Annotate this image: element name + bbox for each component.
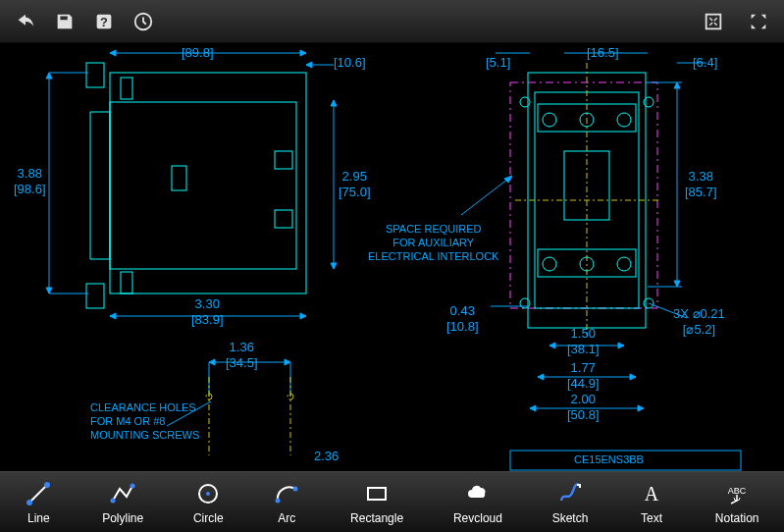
- svg-rect-3: [706, 14, 721, 28]
- note-clearance-holes: CLEARANCE HOLES FOR M4 OR #8 MOUNTING SC…: [90, 401, 199, 442]
- svg-rect-68: [368, 488, 386, 500]
- dim-043: 0.43 [10.8]: [446, 303, 479, 334]
- svg-point-33: [617, 113, 631, 127]
- tool-text[interactable]: A Text: [632, 476, 671, 529]
- dim-top-b: [10.6]: [334, 55, 366, 71]
- revcloud-icon: [464, 480, 492, 507]
- circle-icon: [194, 480, 222, 507]
- svg-rect-11: [121, 78, 132, 99]
- tool-arc-label: Arc: [278, 511, 295, 525]
- svg-point-61: [44, 482, 50, 488]
- top-toolbar: ?: [0, 0, 784, 43]
- svg-point-37: [617, 257, 631, 271]
- tool-polyline-label: Polyline: [102, 511, 143, 525]
- dim-3x-dia: 3X ⌀0.21 [⌀5.2]: [673, 306, 725, 337]
- dim-top-d: [16.5]: [587, 45, 619, 61]
- help-button[interactable]: ?: [86, 4, 122, 39]
- tool-sketch-label: Sketch: [552, 511, 589, 525]
- tool-text-label: Text: [641, 511, 662, 525]
- svg-point-62: [111, 498, 116, 503]
- polyline-icon: [109, 480, 136, 507]
- dim-177: 1.77 [44.9]: [567, 360, 600, 391]
- undo-button[interactable]: [8, 4, 43, 39]
- help-icon: ?: [93, 11, 115, 32]
- svg-point-67: [293, 486, 298, 491]
- save-icon: [54, 11, 76, 32]
- line-icon: [25, 480, 52, 507]
- tool-polyline[interactable]: Polyline: [96, 476, 149, 529]
- svg-text:A: A: [645, 483, 659, 505]
- dim-150: 1.50 [38.1]: [567, 326, 600, 356]
- dim-330: 3.30 [83.9]: [191, 296, 224, 327]
- notation-icon: ABC: [723, 480, 751, 507]
- tool-sketch[interactable]: Sketch: [547, 476, 595, 529]
- dim-200: 2.00 [50.8]: [567, 392, 600, 422]
- svg-point-35: [543, 257, 556, 271]
- tool-notation[interactable]: ABC Notation: [709, 476, 765, 529]
- tool-revcloud[interactable]: Revcloud: [447, 476, 508, 529]
- svg-text:?: ?: [100, 14, 108, 28]
- tool-circle-label: Circle: [193, 511, 224, 525]
- svg-point-31: [543, 113, 556, 127]
- fit-screen-icon: [703, 11, 724, 32]
- svg-rect-12: [121, 272, 132, 293]
- drawing-canvas[interactable]: [89.8] [10.6] 3.88 [98.6] 2.95 [75.0] 3.…: [0, 43, 784, 471]
- sketch-icon: [556, 480, 584, 507]
- tool-line-label: Line: [27, 511, 50, 525]
- svg-point-63: [131, 483, 135, 488]
- tool-line[interactable]: Line: [19, 476, 58, 529]
- svg-rect-10: [275, 210, 292, 228]
- dim-388: 3.88 [98.6]: [14, 166, 46, 196]
- dim-top-c: [5.1]: [486, 55, 510, 71]
- svg-line-59: [29, 485, 47, 503]
- clock-icon: [132, 11, 154, 32]
- history-button[interactable]: [126, 4, 161, 39]
- bottom-toolbar: Line Polyline Circle Arc Rectangle Revcl…: [0, 471, 784, 532]
- tool-arc[interactable]: Arc: [267, 476, 306, 529]
- fit-screen-button[interactable]: [696, 4, 731, 39]
- dim-top-e: [6.4]: [693, 55, 717, 71]
- svg-rect-7: [86, 284, 104, 308]
- svg-rect-6: [86, 63, 104, 87]
- tool-rectangle[interactable]: Rectangle: [344, 476, 409, 529]
- text-icon: A: [638, 480, 665, 507]
- svg-point-60: [26, 500, 32, 505]
- fullscreen-icon: [748, 11, 769, 32]
- svg-rect-8: [172, 166, 186, 190]
- dim-236: 2.36: [314, 449, 339, 464]
- svg-rect-4: [110, 73, 306, 293]
- tool-notation-label: Notation: [715, 511, 759, 525]
- rectangle-icon: [363, 480, 391, 507]
- dim-top-a: [89.8]: [182, 45, 214, 61]
- save-button[interactable]: [47, 4, 82, 39]
- svg-point-65: [206, 492, 210, 496]
- svg-point-66: [276, 498, 281, 503]
- svg-text:ABC: ABC: [728, 486, 747, 496]
- tool-revcloud-label: Revcloud: [453, 511, 502, 525]
- fullscreen-button[interactable]: [741, 4, 776, 39]
- arc-icon: [273, 480, 300, 507]
- dim-136: 1.36 [34.5]: [226, 340, 258, 370]
- note-space-required: SPACE REQUIRED FOR AUXILIARY ELECTRICAL …: [368, 223, 498, 263]
- svg-line-57: [461, 176, 512, 215]
- part-number-label: CE15ENS3BB: [574, 453, 644, 465]
- svg-rect-9: [275, 151, 292, 169]
- svg-rect-5: [110, 102, 296, 269]
- dim-295: 2.95 [75.0]: [339, 169, 371, 199]
- undo-icon: [15, 11, 36, 32]
- tool-circle[interactable]: Circle: [187, 476, 230, 529]
- dim-338: 3.38 [85.7]: [685, 169, 717, 199]
- tool-rectangle-label: Rectangle: [350, 511, 403, 525]
